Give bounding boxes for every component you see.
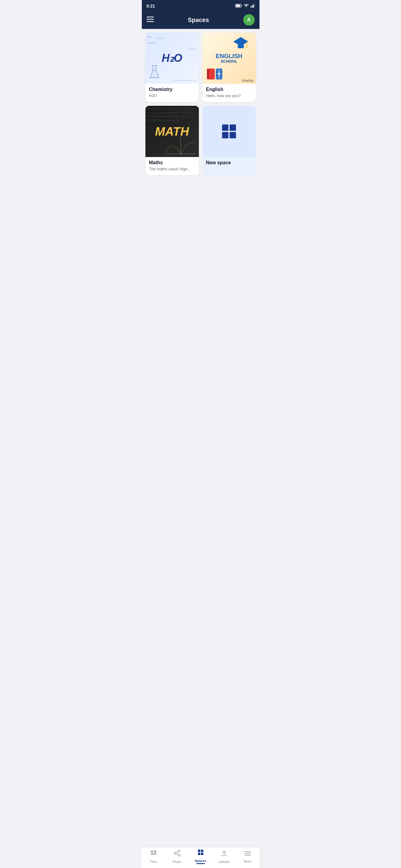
status-icons [235, 4, 255, 8]
svg-rect-5 [253, 4, 254, 7]
svg-rect-4 [252, 5, 253, 7]
new-space-title: New space [206, 160, 252, 165]
svg-rect-9 [147, 21, 154, 22]
main-content: Ph O K+ C₂H₅OH H₂+O₂ H₂O designed by fre… [142, 29, 259, 233]
svg-point-16 [246, 46, 248, 48]
hamburger-menu-icon[interactable] [147, 16, 154, 24]
svg-rect-1 [236, 5, 240, 7]
battery-icon [235, 4, 242, 8]
maths-title: Maths [149, 160, 195, 165]
svg-rect-2 [241, 5, 242, 6]
top-bar: Spaces A [142, 12, 259, 29]
svg-rect-7 [147, 17, 154, 18]
svg-rect-18 [207, 69, 209, 79]
english-subtitle: Hello, how are you? [206, 93, 252, 98]
chemistry-title: Chemistry [149, 87, 195, 92]
space-card-new-space[interactable]: New space [202, 106, 256, 176]
maths-subtitle: The maths class! Alge... [149, 167, 195, 171]
space-card-chemistry[interactable]: Ph O K+ C₂H₅OH H₂+O₂ H₂O designed by fre… [145, 33, 199, 102]
chemistry-card-image: Ph O K+ C₂H₅OH H₂+O₂ H₂O designed by fre… [145, 33, 199, 84]
space-card-english[interactable]: ENGLISH SCHOOL Reading English Hello, ho… [202, 33, 256, 102]
new-space-grid-icon [222, 124, 236, 138]
avatar[interactable]: A [243, 14, 255, 26]
svg-rect-14 [238, 44, 244, 48]
maths-card-image: y(i+1)=y(i)+Xn(b-a yi) tanh(x)/cosh(x)=c… [145, 106, 199, 157]
svg-rect-17 [208, 69, 214, 79]
spaces-grid: Ph O K+ C₂H₅OH H₂+O₂ H₂O designed by fre… [145, 33, 256, 176]
wifi-icon [244, 4, 249, 8]
english-title: English [206, 87, 252, 92]
svg-rect-8 [147, 19, 154, 20]
english-card-image: ENGLISH SCHOOL Reading [202, 33, 256, 84]
status-time: 5:21 [147, 4, 155, 8]
page-title: Spaces [188, 17, 209, 24]
signal-icon [251, 4, 255, 8]
svg-rect-6 [254, 4, 255, 7]
status-bar: 5:21 [142, 0, 259, 12]
space-card-maths[interactable]: y(i+1)=y(i)+Xn(b-a yi) tanh(x)/cosh(x)=c… [145, 106, 199, 176]
svg-rect-3 [251, 6, 251, 7]
new-space-card-image [202, 106, 256, 157]
chemistry-subtitle: H2O [149, 93, 195, 98]
